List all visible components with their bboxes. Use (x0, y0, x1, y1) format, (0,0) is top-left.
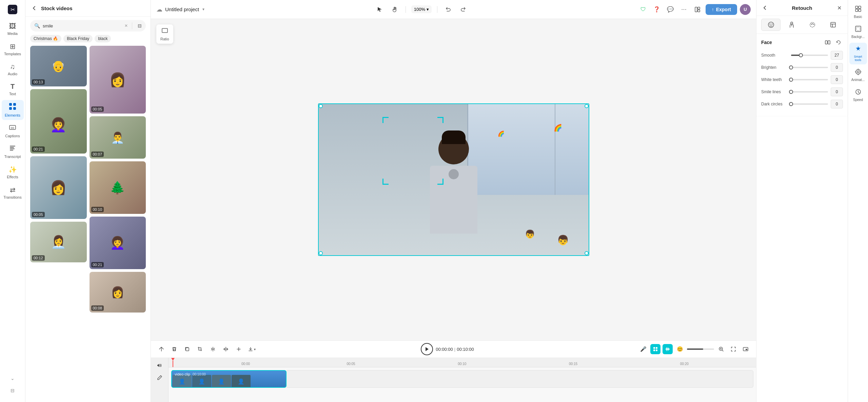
face-header-icons (823, 38, 843, 47)
cursor-tool-button[interactable] (374, 4, 385, 15)
far-right-tab-speed[interactable]: Speed (849, 86, 867, 104)
video-thumb-7[interactable]: 👩‍🦱 00:21 (90, 217, 146, 269)
layout-button[interactable] (692, 4, 703, 15)
waveform-button[interactable] (663, 344, 673, 354)
grid-snap-button[interactable] (650, 344, 660, 354)
dark-circles-slider[interactable] (791, 103, 828, 105)
ruler-mark-05: 00:05 (347, 362, 355, 366)
sidebar-item-audio[interactable]: ♫ Audio (2, 60, 24, 79)
topbar-separator-2 (437, 6, 437, 13)
sidebar-item-bottom-extra[interactable]: ⊟ (2, 385, 24, 396)
retouch-tab-body[interactable] (782, 19, 801, 31)
filter-icon[interactable]: ⊟ (138, 23, 142, 28)
play-button[interactable] (421, 343, 433, 355)
panel-back-button[interactable] (30, 4, 38, 12)
far-right-tab-animate[interactable]: Animat... (849, 66, 867, 84)
retouch-back-button[interactable] (761, 4, 769, 12)
sidebar-item-transitions[interactable]: ⇄ Transitions (2, 183, 24, 202)
redo-button[interactable] (458, 4, 469, 15)
video-thumb-4[interactable]: 👨‍💼 00:07 (90, 116, 146, 159)
compare-button[interactable] (823, 38, 832, 47)
zoom-in-timeline[interactable] (716, 344, 726, 354)
far-right-tab-background[interactable]: Backgr... (849, 23, 867, 41)
reset-button[interactable] (834, 38, 843, 47)
svg-rect-19 (653, 349, 655, 351)
video-thumb-8[interactable]: 👩 00:08 (90, 272, 146, 313)
timeline-controls: ▾ 00:00:00 | 00:10:00 🎤 (151, 340, 756, 358)
sidebar-item-media[interactable]: 🖼 Media (2, 20, 24, 38)
dark-circles-value[interactable]: 0 (831, 100, 843, 108)
svg-rect-34 (855, 9, 858, 12)
sidebar-item-label-transcript: Transcript (4, 155, 21, 159)
zoom-control[interactable]: 100% ▾ (411, 5, 432, 13)
sidebar-item-elements[interactable]: Elements (2, 100, 24, 120)
svg-rect-15 (162, 28, 167, 33)
mic-button[interactable]: 🎤 (638, 344, 648, 354)
sidebar-item-text[interactable]: T Text (2, 80, 24, 99)
more-button[interactable]: ⋯ (678, 4, 689, 15)
video-thumb-9[interactable]: 👩‍💼 00:12 (30, 222, 87, 262)
user-avatar[interactable]: U (740, 4, 751, 15)
sidebar-item-collapse[interactable]: ⌄ (2, 373, 24, 384)
tag-christmas[interactable]: Christmas 🔥 (30, 35, 61, 42)
sidebar-item-transcript[interactable]: Transcript (2, 142, 24, 161)
retouch-tab-style[interactable] (824, 19, 843, 31)
search-clear-button[interactable]: ✕ (124, 23, 128, 28)
effects-icon: ✨ (8, 165, 17, 174)
sidebar-item-captions[interactable]: CC Captions (2, 121, 24, 141)
zoom-dropdown-icon: ▾ (427, 7, 429, 12)
video-thumb-1[interactable]: 👴 00:13 (30, 46, 87, 86)
sidebar-item-effects[interactable]: ✨ Effects (2, 163, 24, 182)
far-right-tab-basic[interactable]: Basic (849, 3, 867, 21)
white-teeth-value[interactable]: 0 (831, 75, 843, 84)
ratio-button[interactable]: Ratio (156, 24, 173, 44)
video-thumb-2[interactable]: 👩 00:05 (90, 46, 146, 114)
smile-lines-value[interactable]: 0 (831, 87, 843, 96)
comments-button[interactable]: 💬 (665, 4, 676, 15)
smooth-slider[interactable] (791, 55, 828, 56)
volume-slider[interactable] (687, 348, 714, 350)
cloud-save-icon[interactable]: ☁ (156, 6, 162, 13)
timeline-ruler: 00:00 00:05 00:10 00:15 00:20 (169, 358, 756, 367)
tag-black-friday[interactable]: Black Friday (63, 35, 93, 42)
delete-button[interactable] (169, 344, 179, 354)
left-sidebar: ✂ 🖼 Media ⊞ Templates ♫ Audio T Text Ele… (0, 0, 25, 402)
retouch-tabs (756, 16, 848, 34)
video-thumb-6[interactable]: 🌲 00:10 (90, 161, 146, 214)
hand-tool-button[interactable] (389, 4, 400, 15)
brighten-value[interactable]: 0 (831, 63, 843, 72)
pip-button[interactable] (741, 344, 751, 354)
more-options-button[interactable] (234, 344, 244, 354)
retouch-tab-reshape[interactable] (803, 19, 822, 31)
retouch-tab-face[interactable] (761, 19, 781, 31)
fullscreen-button[interactable] (728, 344, 738, 354)
retouch-close-button[interactable]: ✕ (835, 4, 843, 12)
split-button[interactable] (221, 344, 231, 354)
white-teeth-slider[interactable] (791, 79, 828, 80)
project-dropdown-icon[interactable]: ▼ (202, 7, 205, 11)
video-thumb-5[interactable]: 👩 00:05 (30, 156, 87, 219)
download-button[interactable]: ▾ (246, 344, 257, 354)
video-clip[interactable]: video clip 00:10:00 👤 👤 👤 👤 (171, 370, 287, 388)
flip-h-button[interactable] (208, 344, 218, 354)
volume-side-button[interactable] (155, 361, 164, 370)
pencil-side-button[interactable] (155, 373, 164, 382)
smooth-value[interactable]: 27 (831, 51, 843, 60)
export-button[interactable]: ↑ Export (706, 4, 737, 15)
project-name[interactable]: Untitled project (165, 6, 199, 12)
timeline-arrow-button[interactable] (156, 344, 166, 354)
far-right-tab-smart-tools[interactable]: Smart tools (849, 43, 867, 64)
emoji-button[interactable]: 😊 (675, 344, 685, 354)
help-button[interactable]: ❓ (651, 4, 662, 15)
shield-icon-button[interactable]: 🛡 (638, 4, 649, 15)
duplicate-button[interactable] (182, 344, 192, 354)
undo-button[interactable] (443, 4, 454, 15)
sidebar-item-templates[interactable]: ⊞ Templates (2, 40, 24, 59)
tag-black[interactable]: black (95, 35, 111, 42)
smile-lines-slider[interactable] (791, 91, 828, 93)
crop-button[interactable] (195, 344, 205, 354)
video-thumb-3[interactable]: 👩‍🦱 00:21 (30, 89, 87, 154)
search-input[interactable] (43, 23, 122, 28)
brighten-slider[interactable] (791, 67, 828, 68)
svg-rect-4 (9, 107, 12, 110)
